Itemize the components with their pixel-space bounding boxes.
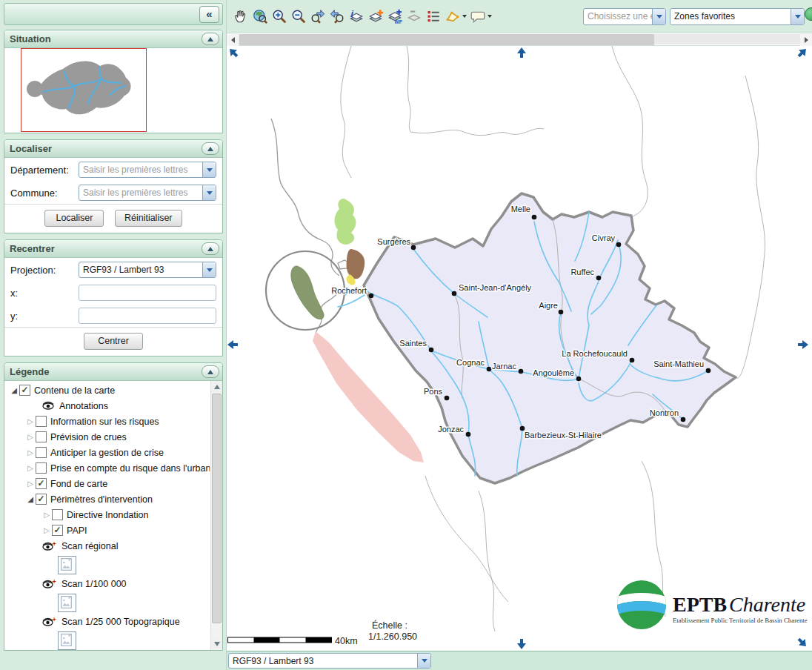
layer-checkbox[interactable] bbox=[36, 431, 47, 442]
scroll-right-arrow[interactable] bbox=[800, 33, 812, 46]
layer-label[interactable]: Contenu de la carte bbox=[34, 385, 115, 396]
localiser-title: Localiser bbox=[10, 143, 52, 154]
sidebar-collapse-button[interactable]: « bbox=[199, 6, 219, 23]
tooltip-bubble-icon[interactable] bbox=[468, 5, 493, 27]
identify-layers-icon[interactable]: i bbox=[347, 5, 366, 27]
scale-combobox[interactable]: Choisissez une échelle bbox=[583, 8, 666, 25]
localiser-button[interactable]: Localiser bbox=[44, 210, 104, 227]
commune-combobox[interactable]: Saisir les premières lettres bbox=[79, 185, 216, 201]
city-label: Rochefort bbox=[331, 286, 367, 295]
visibility-add-icon[interactable]: + bbox=[41, 617, 57, 627]
previous-extent-icon[interactable] bbox=[327, 5, 347, 27]
clipped-toolbar-icon[interactable] bbox=[805, 7, 812, 21]
layer-label[interactable]: Scan 1/100 000 bbox=[61, 579, 127, 589]
commune-combobox-placeholder: Saisir les premières lettres bbox=[79, 185, 202, 200]
next-extent-icon[interactable] bbox=[308, 5, 327, 27]
departement-combobox[interactable]: Saisir les premières lettres bbox=[79, 162, 216, 178]
layer-checkbox[interactable] bbox=[36, 416, 47, 427]
scroll-left-arrow[interactable] bbox=[227, 33, 239, 46]
favorite-zones-combobox[interactable]: Zones favorites bbox=[670, 8, 805, 25]
dropdown-caret-icon[interactable] bbox=[487, 15, 492, 18]
y-input[interactable] bbox=[79, 308, 216, 324]
city-dot bbox=[532, 215, 537, 220]
layer-label[interactable]: Périmètres d'intervention bbox=[50, 494, 153, 505]
tree-collapse-icon[interactable]: ◢ bbox=[9, 386, 19, 394]
map-canvas[interactable]: SurgèresMelleCivrayRochefortSaint-Jean-d… bbox=[227, 46, 812, 651]
zoom-out-icon[interactable] bbox=[289, 5, 308, 27]
legend-scrollbar-thumb[interactable] bbox=[212, 394, 222, 623]
layer-label[interactable]: Fond de carte bbox=[50, 479, 107, 489]
map-projection-chevron[interactable] bbox=[417, 654, 430, 668]
tree-expand-icon[interactable]: ▷ bbox=[41, 526, 52, 534]
visibility-eye-icon[interactable] bbox=[41, 401, 55, 411]
scale-bar-label: 40km bbox=[335, 636, 358, 646]
layer-label[interactable]: Annotations bbox=[59, 401, 108, 411]
tree-expand-icon[interactable]: ▷ bbox=[25, 464, 36, 472]
scroll-down-arrow[interactable] bbox=[211, 638, 222, 650]
layer-label[interactable]: Information sur les risques bbox=[50, 417, 159, 427]
commune-combobox-chevron[interactable] bbox=[202, 185, 216, 200]
recentrer-collapse-button[interactable] bbox=[202, 242, 219, 255]
scroll-up-arrow[interactable] bbox=[211, 381, 222, 393]
overview-map[interactable] bbox=[21, 48, 147, 132]
gis-application-window: « Situation bbox=[0, 0, 812, 670]
centrer-button[interactable]: Centrer bbox=[84, 333, 143, 350]
layer-label[interactable]: Prévision de crues bbox=[50, 432, 127, 442]
tree-expand-icon[interactable]: ▷ bbox=[41, 511, 52, 519]
reinitialiser-button[interactable]: Réinitialiser bbox=[115, 210, 182, 227]
city-label: Saint-Jean-d'Angély bbox=[459, 283, 532, 292]
layer-label[interactable]: Prise en compte du risque dans l'urban bbox=[50, 463, 210, 474]
favorite-zones-chevron[interactable] bbox=[791, 9, 804, 24]
legend-scrollbar[interactable] bbox=[210, 381, 222, 650]
x-input[interactable] bbox=[79, 285, 216, 301]
measure-icon[interactable] bbox=[443, 5, 468, 27]
projection-combobox[interactable]: RGF93 / Lambert 93 bbox=[79, 262, 216, 278]
layer-checkbox[interactable] bbox=[52, 509, 63, 520]
layer-transparency-icon[interactable] bbox=[405, 5, 424, 27]
recentrer-panel-header: Recentrer bbox=[4, 240, 222, 258]
tree-expand-icon[interactable]: ▷ bbox=[25, 448, 36, 457]
departement-combobox-chevron[interactable] bbox=[202, 162, 216, 177]
tree-expand-icon[interactable]: ▷ bbox=[25, 433, 36, 441]
legend-list-icon[interactable] bbox=[424, 5, 443, 27]
layer-checkbox[interactable]: ✓ bbox=[36, 478, 47, 489]
layer-checkbox[interactable] bbox=[36, 462, 47, 474]
situation-collapse-button[interactable] bbox=[202, 33, 219, 45]
svg-text:+: + bbox=[53, 617, 56, 623]
city-dot bbox=[487, 367, 492, 372]
city-dot bbox=[411, 245, 416, 251]
map-projection-value: RGF93 / Lambert 93 bbox=[229, 654, 417, 668]
add-layer-icon[interactable] bbox=[366, 5, 385, 27]
tree-expand-icon[interactable]: ▷ bbox=[25, 480, 36, 488]
city-label: Nontron bbox=[650, 408, 679, 417]
legend-item-8: ▷Directive Inondation bbox=[4, 507, 210, 523]
layer-checkbox[interactable] bbox=[36, 447, 47, 458]
layer-label[interactable]: Anticiper la gestion de crise bbox=[50, 448, 164, 458]
map-horizontal-scrollbar[interactable] bbox=[227, 33, 812, 46]
zoom-initial-extent-icon[interactable] bbox=[250, 5, 270, 27]
pan-hand-icon[interactable] bbox=[231, 5, 250, 27]
legend-item-10: +Scan régional bbox=[4, 538, 210, 554]
scale-combobox-chevron[interactable] bbox=[652, 9, 665, 24]
tree-expand-icon[interactable]: ▷ bbox=[25, 417, 36, 425]
dropdown-caret-icon[interactable] bbox=[462, 15, 467, 18]
x-label: x: bbox=[10, 288, 79, 299]
layer-checkbox[interactable]: ✓ bbox=[19, 385, 30, 396]
layer-label[interactable]: Directive Inondation bbox=[67, 510, 148, 520]
legende-collapse-button[interactable] bbox=[202, 365, 219, 378]
zoom-in-icon[interactable] bbox=[270, 5, 289, 27]
visibility-add-icon[interactable]: + bbox=[41, 579, 57, 589]
map-projection-combobox[interactable]: RGF93 / Lambert 93 bbox=[228, 653, 431, 669]
layer-checkbox[interactable]: ✓ bbox=[36, 494, 47, 505]
add-wfs-layer-icon[interactable]: WFS bbox=[385, 5, 405, 27]
visibility-add-icon[interactable]: + bbox=[41, 541, 57, 551]
tree-collapse-icon[interactable]: ◢ bbox=[25, 495, 36, 503]
layer-label[interactable]: PAPI bbox=[67, 525, 87, 536]
localiser-collapse-button[interactable] bbox=[202, 142, 219, 155]
departement-label: Département: bbox=[10, 165, 79, 176]
projection-combobox-chevron[interactable] bbox=[202, 262, 216, 277]
layer-label[interactable]: Scan régional bbox=[61, 541, 118, 551]
hscroll-thumb[interactable] bbox=[239, 34, 654, 45]
layer-checkbox[interactable]: ✓ bbox=[52, 525, 63, 536]
layer-label[interactable]: Scan 1/25 000 Topograpique bbox=[61, 617, 180, 627]
